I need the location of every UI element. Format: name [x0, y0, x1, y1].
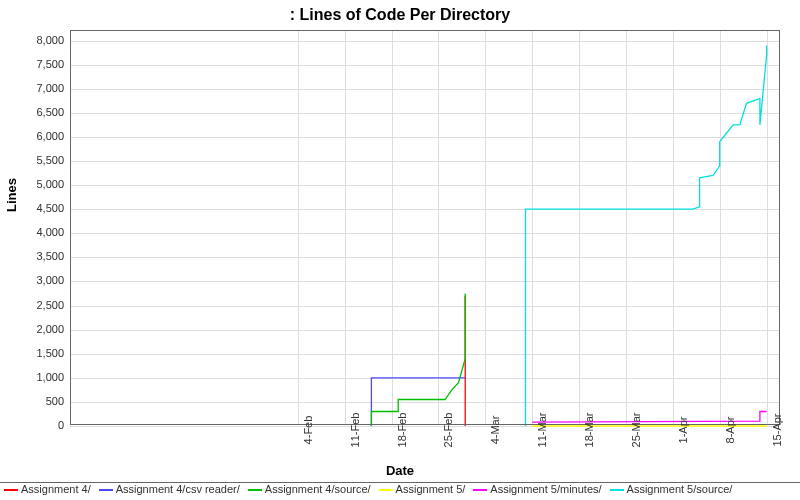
legend-swatch — [4, 489, 18, 491]
x-tick: 11-Feb — [349, 413, 361, 448]
y-tick: 5,000 — [6, 178, 64, 190]
legend: Assignment 4/Assignment 4/csv reader/Ass… — [0, 482, 800, 495]
x-tick: 11-Mar — [536, 413, 548, 448]
chart-title: : Lines of Code Per Directory — [0, 6, 800, 24]
legend-label: Assignment 5/minutes/ — [490, 484, 601, 495]
y-tick: 6,000 — [6, 130, 64, 142]
plot-area — [70, 30, 780, 425]
y-tick: 4,000 — [6, 226, 64, 238]
y-tick: 2,000 — [6, 323, 64, 335]
series-line — [371, 294, 465, 427]
x-tick: 25-Feb — [442, 413, 454, 448]
legend-item: Assignment 5/source/ — [610, 484, 733, 495]
chart-series — [70, 31, 779, 425]
legend-label: Assignment 5/ — [396, 484, 466, 495]
legend-item: Assignment 5/ — [379, 484, 466, 495]
x-tick: 18-Feb — [396, 413, 408, 448]
x-tick: 1-Apr — [677, 417, 689, 444]
y-tick: 500 — [6, 395, 64, 407]
y-tick: 3,000 — [6, 274, 64, 286]
x-tick: 4-Mar — [489, 416, 501, 445]
legend-item: Assignment 5/minutes/ — [473, 484, 601, 495]
legend-item: Assignment 4/ — [4, 484, 91, 495]
y-tick: 6,500 — [6, 106, 64, 118]
y-tick: 5,500 — [6, 154, 64, 166]
y-tick: 2,500 — [6, 299, 64, 311]
series-line — [526, 46, 767, 427]
legend-item: Assignment 4/csv reader/ — [99, 484, 240, 495]
y-tick: 1,000 — [6, 371, 64, 383]
x-tick: 25-Mar — [630, 413, 642, 448]
x-tick: 15-Apr — [771, 413, 783, 446]
legend-swatch — [379, 489, 393, 491]
legend-swatch — [473, 489, 487, 491]
y-tick: 1,500 — [6, 347, 64, 359]
y-tick: 4,500 — [6, 202, 64, 214]
legend-label: Assignment 4/source/ — [265, 484, 371, 495]
legend-swatch — [610, 489, 624, 491]
x-tick: 18-Mar — [583, 413, 595, 448]
x-tick: 4-Feb — [302, 416, 314, 445]
y-tick: 0 — [6, 419, 64, 431]
legend-item: Assignment 4/source/ — [248, 484, 371, 495]
legend-swatch — [99, 489, 113, 491]
legend-label: Assignment 4/csv reader/ — [116, 484, 240, 495]
legend-label: Assignment 5/source/ — [627, 484, 733, 495]
y-tick: 3,500 — [6, 250, 64, 262]
legend-label: Assignment 4/ — [21, 484, 91, 495]
legend-swatch — [248, 489, 262, 491]
x-tick: 8-Apr — [724, 417, 736, 444]
y-tick: 7,000 — [6, 82, 64, 94]
y-tick: 8,000 — [6, 34, 64, 46]
y-tick: 7,500 — [6, 58, 64, 70]
x-axis-label: Date — [0, 463, 800, 478]
